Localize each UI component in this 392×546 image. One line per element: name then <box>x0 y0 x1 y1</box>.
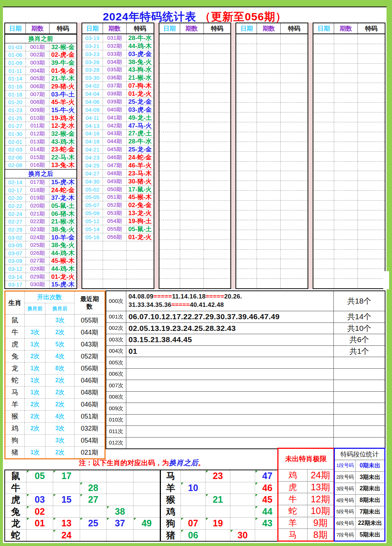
freq-numbers: 04.08.09=====11.14.16.18=====20.26. 31.3… <box>126 291 333 311</box>
page-title: 2024年特码统计表 （更新至056期） <box>3 9 387 24</box>
footnote-pre: 注：以下生肖的对应出码，为 <box>79 459 169 467</box>
draw-row: 01-11 004期 01-兔-金 <box>5 67 76 75</box>
empty-row <box>313 191 385 201</box>
empty-cell <box>313 103 334 112</box>
zodiac-number-row: 猴 21 45 <box>161 494 280 506</box>
empty-cell <box>334 122 357 132</box>
period-cell: 011期 <box>25 122 49 130</box>
period-table-2-body: 03-19 031期 28-牛-水 03-21 032期 44-鸡-木 03-2… <box>82 34 154 288</box>
number-cell <box>230 494 255 506</box>
before-count <box>24 314 45 326</box>
empty-cell <box>159 74 180 83</box>
code-cell: 05-鼠-土 <box>126 225 154 233</box>
number-cell <box>26 530 53 541</box>
code-cell: 15-虎-木 <box>49 281 76 289</box>
limit-zodiac: 虎 <box>278 482 308 493</box>
empty-cell <box>357 83 385 92</box>
before-count: 1次 <box>24 447 45 458</box>
date-cell: 03-09 <box>5 257 25 265</box>
empty-row <box>236 44 308 54</box>
date-cell: 03-05 <box>5 241 25 249</box>
period-cell: 023期 <box>25 226 49 233</box>
freq-row: 007次 <box>106 380 385 392</box>
zodiac-stats-table: 生肖 开出次数 换肖前 换肖后 最近期数 鼠 3次 055期 <box>4 290 106 459</box>
empty-cell <box>236 171 257 181</box>
segment-row: 5段号码 7期未出 <box>335 506 384 518</box>
empty-cell <box>334 54 357 63</box>
empty-cell <box>180 152 203 161</box>
segment-label: 6段号码 <box>335 518 356 529</box>
empty-cell <box>334 191 357 200</box>
number-list-segment: 40.41.42.48 <box>190 301 224 308</box>
empty-cell <box>334 93 357 102</box>
empty-cell <box>280 83 308 92</box>
empty-cell <box>280 240 308 249</box>
empty-cell <box>236 269 257 278</box>
empty-cell <box>203 250 231 259</box>
period-cell: 020期 <box>25 202 49 210</box>
empty-cell <box>203 34 231 44</box>
date-cell: 04-18 <box>82 138 103 145</box>
code-cell: 39-牛-金 <box>49 59 76 67</box>
empty-cell <box>357 210 385 220</box>
empty-cell <box>236 93 257 102</box>
zodiac-stats-row: 兔 2次 4次 052期 <box>5 351 104 363</box>
period-column-header: 期数 <box>103 23 127 33</box>
empty-cell <box>334 132 357 142</box>
period-cell: 033期 <box>103 50 126 58</box>
empty-row <box>236 201 308 210</box>
number-list-segment: 11.14.16.18 <box>172 293 206 300</box>
segment-row: 7段号码 5期未出 <box>335 529 384 541</box>
code-cell: 43-狗-水 <box>126 66 154 74</box>
number-cell: 06 <box>181 530 205 541</box>
code-cell: 47-马-火 <box>126 122 154 130</box>
empty-cell <box>334 259 357 269</box>
empty-cell <box>334 83 357 92</box>
date-cell: 02-27 <box>5 218 25 225</box>
empty-cell <box>313 250 334 259</box>
border-notch <box>383 271 389 289</box>
empty-cell <box>313 259 334 269</box>
empty-cell <box>313 122 334 132</box>
number-cell: 10 <box>181 482 205 494</box>
empty-row <box>82 241 154 251</box>
code-cell: 17-鼠-火 <box>126 186 154 193</box>
number-cell: 45 <box>255 494 280 506</box>
empty-cell <box>236 250 257 259</box>
empty-row <box>236 93 308 103</box>
empty-cell <box>103 260 126 269</box>
empty-cell <box>313 112 334 122</box>
code-cell: 12-龙-水 <box>49 122 76 130</box>
period-table-3: 日期 期数 特码 <box>159 23 231 289</box>
empty-cell <box>280 259 308 269</box>
code-cell: 45-羊-火 <box>49 98 76 106</box>
freq-total: 共10个 <box>333 323 385 334</box>
empty-cell <box>180 201 203 210</box>
empty-cell <box>203 279 231 288</box>
zodiac-stats-header: 生肖 开出次数 换肖前 换肖后 最近期数 <box>5 292 104 314</box>
freq-count-label: 008次 <box>106 392 126 403</box>
empty-cell <box>82 251 103 260</box>
number-cell <box>80 470 106 482</box>
freq-count-label: 009次 <box>106 403 126 414</box>
period-cell: 032期 <box>103 42 126 50</box>
code-cell: 07-狗-木 <box>126 82 154 90</box>
empty-row <box>236 210 308 220</box>
code-cell: 43-鸡-木 <box>49 138 76 146</box>
empty-cell <box>313 54 334 63</box>
draw-row: 03-26 034期 38-兔-火 <box>82 58 154 66</box>
empty-cell <box>203 142 231 151</box>
empty-cell <box>257 152 280 161</box>
number-list-segment: ===== <box>154 293 172 300</box>
empty-cell <box>313 44 334 54</box>
limit-row: 马 8期 <box>278 529 333 541</box>
zodiac-number-row: 狗 07 19 43 <box>161 518 280 530</box>
empty-row <box>236 112 308 122</box>
empty-row <box>313 132 385 142</box>
empty-cell <box>257 93 280 102</box>
footnote-post: 。 <box>198 459 205 467</box>
period-cell: 002期 <box>25 51 49 59</box>
empty-cell <box>203 83 231 92</box>
freq-row: 010次 <box>106 415 385 426</box>
period-cell: 018期 <box>25 186 49 194</box>
